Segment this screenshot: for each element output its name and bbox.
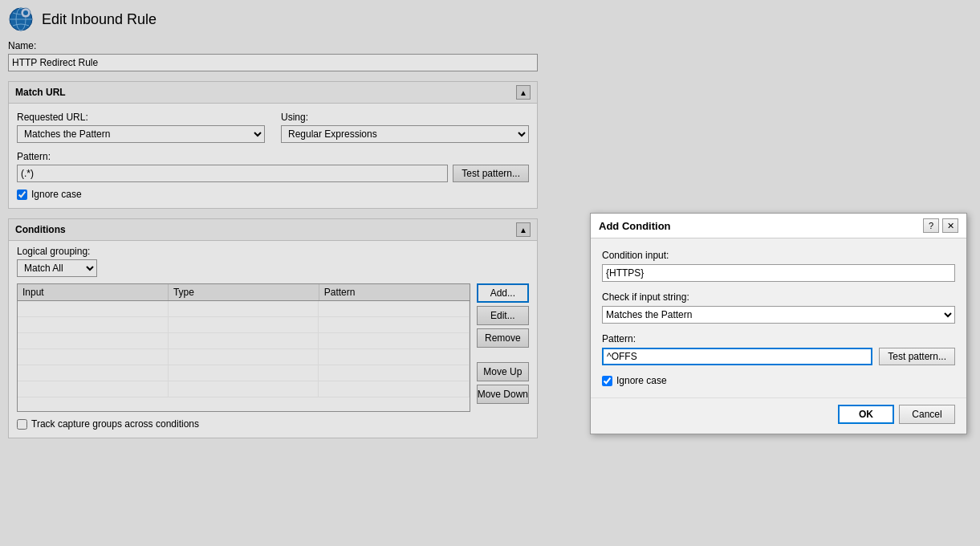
dialog-title: Add Condition [599, 220, 671, 232]
dialog-controls: ? ✕ [923, 218, 958, 233]
check-input-field: Check if input string: Matches the Patte… [602, 291, 955, 324]
dialog-pattern-label: Pattern: [602, 333, 955, 344]
dialog-test-pattern-button[interactable]: Test pattern... [879, 348, 955, 365]
dialog-titlebar: Add Condition ? ✕ [591, 214, 966, 238]
dialog-content: Condition input: Check if input string: … [591, 238, 966, 397]
add-condition-dialog: Add Condition ? ✕ Condition input: Check… [590, 213, 967, 434]
check-input-label: Check if input string: [602, 291, 955, 303]
condition-input-label: Condition input: [602, 250, 955, 261]
dialog-close-button[interactable]: ✕ [942, 218, 958, 233]
dialog-ignore-case-label: Ignore case [616, 375, 667, 386]
cancel-button[interactable]: Cancel [899, 405, 955, 424]
dialog-help-button[interactable]: ? [923, 218, 939, 233]
dialog-ignore-case-row: Ignore case [602, 375, 955, 386]
dialog-pattern-input[interactable] [602, 348, 872, 365]
dialog-footer: OK Cancel [591, 397, 966, 434]
condition-input-field: Condition input: [602, 250, 955, 282]
check-input-dropdown[interactable]: Matches the Pattern Does Not Match the P… [602, 306, 955, 324]
dialog-pattern-field: Pattern: Test pattern... [602, 333, 955, 365]
dialog-pattern-row: Test pattern... [602, 348, 955, 365]
ok-button[interactable]: OK [838, 405, 894, 424]
condition-input[interactable] [602, 264, 955, 282]
dialog-ignore-case-checkbox[interactable] [602, 376, 612, 386]
